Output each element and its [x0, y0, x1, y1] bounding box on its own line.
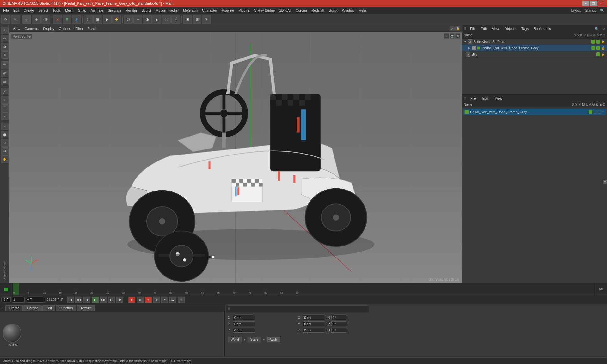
render-to-po-button[interactable]: ⚡ — [112, 15, 121, 24]
menu-animate[interactable]: Animate — [89, 8, 105, 13]
material-item[interactable]: Pedal_G — [3, 324, 21, 346]
geo-button[interactable]: ⊟ — [193, 15, 201, 24]
right-side-tab[interactable]: ▶ — [603, 180, 607, 184]
view-cube-button[interactable]: ⬡ — [124, 15, 133, 24]
attr-render-icon[interactable] — [593, 110, 597, 114]
texture-mode-button[interactable]: ◈ — [32, 15, 41, 24]
coord-y-input[interactable] — [233, 321, 255, 326]
record-button[interactable]: ⏺ — [116, 297, 123, 303]
attr-selected-row[interactable]: Pedal_Kart_with_Race_Frame_Grey ⋯ — [463, 109, 606, 115]
menu-select[interactable]: Select — [37, 8, 50, 13]
timeline-ruler[interactable]: 0 5 10 15 20 25 30 35 40 45 — [13, 283, 594, 295]
tab-texture[interactable]: Texture — [77, 305, 95, 311]
sidebar-polys[interactable]: ▦ — [1, 78, 9, 85]
viewport-menu-cameras[interactable]: Cameras — [23, 26, 41, 31]
sidebar-edges[interactable]: /\/ — [1, 70, 9, 77]
coord-z-input[interactable] — [233, 328, 255, 333]
viewport-menu-filter[interactable]: Filter — [73, 26, 85, 31]
autokey-button[interactable]: ✦ — [161, 297, 168, 303]
attr-lock-toggle[interactable] — [598, 110, 601, 114]
move-tool-button[interactable]: ⟳ — [1, 15, 10, 24]
coord-h-input[interactable] — [331, 315, 347, 320]
go-to-start-button[interactable]: |◀ — [67, 297, 74, 303]
subdiv-render-icon[interactable] — [596, 40, 600, 44]
sidebar-move[interactable]: ⟳ — [1, 35, 9, 42]
subdiv-expand-icon[interactable]: ▼ — [464, 40, 467, 43]
object-row-sky[interactable]: ☁ Sky 🔒 — [462, 51, 607, 58]
bridge-button[interactable]: ╱ — [171, 15, 180, 24]
subdiv-lock-icon[interactable]: 🔒 — [601, 40, 605, 43]
obj-menu-edit[interactable]: Edit — [480, 27, 488, 31]
coord-z2-input[interactable] — [303, 328, 325, 333]
object-axis-button[interactable]: ⬡ — [84, 15, 93, 24]
record2-button[interactable]: ● — [145, 297, 152, 303]
model-mode-button[interactable]: □ — [22, 15, 31, 24]
menu-corona[interactable]: Corona — [294, 8, 309, 13]
close-button[interactable]: ✕ — [598, 1, 604, 6]
viewport-menu-view[interactable]: View — [11, 26, 22, 31]
menu-motion-tracker[interactable]: Motion Tracker — [154, 8, 181, 13]
pedal-kart-visible-icon[interactable] — [591, 46, 595, 50]
minimize-button[interactable]: − — [582, 1, 589, 6]
attr-menu-view[interactable]: View — [493, 96, 504, 101]
axis-mode-button[interactable]: ⊕ — [41, 15, 50, 24]
sidebar-circle[interactable]: ○ — [1, 96, 9, 104]
viewport-lock-button[interactable]: 🔒 — [455, 26, 460, 31]
coord-b-input[interactable] — [331, 328, 347, 333]
coord-x2-input[interactable] — [303, 315, 325, 320]
viewport-expand-icon[interactable]: ⤢ — [444, 33, 449, 39]
pedal-kart-expand-icon[interactable]: ▶ — [468, 46, 470, 50]
subdiv-visible-icon[interactable] — [591, 40, 595, 44]
timeline-settings-button[interactable]: ☰ — [169, 297, 176, 303]
coord-y2-input[interactable] — [303, 321, 325, 326]
menu-script[interactable]: Script — [327, 8, 340, 13]
tab-edit[interactable]: Edit — [42, 305, 55, 311]
viewport-menu-panel[interactable]: Panel — [86, 26, 98, 31]
obj-search-icon[interactable]: 🔍 — [595, 27, 598, 31]
object-row-subdiv[interactable]: ▼ ⊞ Subdivision Surface 🔒 — [462, 39, 607, 45]
sidebar-arc[interactable]: ⌒ — [1, 104, 9, 112]
current-frame-input[interactable] — [26, 297, 45, 303]
y-axis-button[interactable]: Y — [63, 15, 71, 24]
keyframe-button[interactable]: ◆ — [137, 297, 144, 303]
step-forward-button[interactable]: ▶▶ — [100, 297, 107, 303]
attr-menu-file[interactable]: File — [469, 96, 478, 101]
search-icon[interactable]: 🔍 — [600, 9, 604, 13]
tab-create[interactable]: Create — [5, 305, 23, 311]
magnet-button[interactable]: ◑ — [143, 15, 152, 24]
play-back-button[interactable]: ◀ — [83, 297, 90, 303]
sidebar-grab[interactable]: ✋ — [1, 155, 9, 163]
menu-render[interactable]: Render — [124, 8, 139, 13]
render-region-button[interactable]: ▣ — [93, 15, 102, 24]
sidebar-points[interactable]: ••• — [1, 61, 9, 69]
viewport-menu-display[interactable]: Display — [41, 26, 56, 31]
sidebar-texture[interactable]: ⊠ — [1, 147, 9, 155]
sidebar-rotate[interactable]: ↻ — [1, 51, 9, 59]
frame-start-input[interactable]: 0 F — [1, 297, 11, 302]
sky-visible-icon[interactable] — [596, 52, 600, 56]
menu-vray[interactable]: V-Ray Bridge — [253, 8, 277, 13]
sidebar-line[interactable]: ╱ — [1, 88, 9, 95]
apply-button[interactable]: Apply — [267, 337, 280, 342]
paint-button[interactable]: ✏ — [133, 15, 142, 24]
menu-redshift[interactable]: Redshift — [310, 8, 326, 13]
z-axis-button[interactable]: Z — [72, 15, 81, 24]
menu-sculpt[interactable]: Sculpt — [140, 8, 153, 13]
scale-button[interactable]: Scale — [248, 337, 261, 342]
scale-dropdown-icon[interactable]: ▼ — [262, 338, 266, 341]
viewport-expand-button[interactable]: ⤢ — [450, 26, 455, 31]
obj-menu-tags[interactable]: Tags — [520, 27, 530, 31]
menu-plugins[interactable]: Plugins — [236, 8, 252, 13]
menu-mograph[interactable]: MoGraph — [181, 8, 199, 13]
obj-menu-view[interactable]: View — [491, 27, 501, 31]
select-tool-button[interactable]: ↖ — [11, 15, 20, 24]
obj-menu-bookmarks[interactable]: Bookmarks — [532, 27, 552, 31]
render-button[interactable]: ▶ — [103, 15, 112, 24]
sidebar-pointer[interactable]: ↖ — [1, 27, 9, 34]
menu-help[interactable]: Help — [357, 8, 368, 13]
material-thumbnail[interactable] — [3, 324, 21, 343]
go-to-end-button[interactable]: ▶| — [108, 297, 115, 303]
knife-button[interactable]: ◭ — [152, 15, 161, 24]
menu-edit[interactable]: Edit — [11, 8, 21, 13]
attr-menu-edit[interactable]: Edit — [481, 96, 490, 101]
